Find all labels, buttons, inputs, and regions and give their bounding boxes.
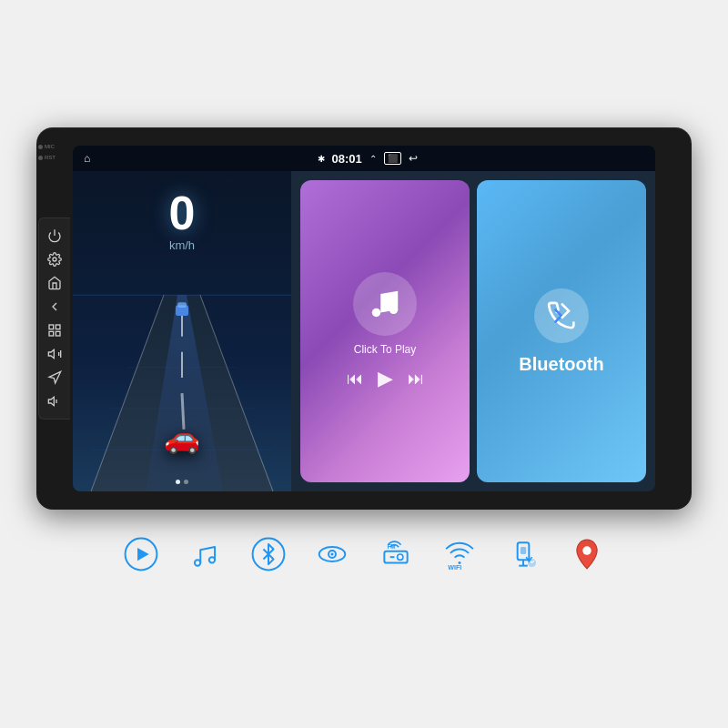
speed-display: 0 km/h — [169, 189, 196, 252]
dot-2 — [184, 480, 188, 484]
car-head-unit: MIC RST — [36, 127, 692, 510]
power-button[interactable] — [45, 226, 65, 246]
feature-music[interactable] — [187, 537, 222, 571]
volume-down-button[interactable] — [45, 391, 65, 411]
navigation-button[interactable] — [45, 368, 65, 388]
feature-bluetooth[interactable] — [251, 537, 286, 571]
speed-panel: 0 km/h — [73, 171, 291, 491]
rst-label: RST — [38, 155, 56, 160]
music-play-label: Click To Play — [354, 343, 416, 356]
bluetooth-label: Bluetooth — [519, 354, 603, 375]
svg-point-1 — [53, 258, 56, 261]
volume-up-button[interactable] — [45, 344, 65, 364]
foreground-car: 🚗 — [164, 420, 200, 455]
svg-text:FM: FM — [388, 543, 396, 550]
svg-point-43 — [582, 546, 592, 555]
svg-rect-41 — [521, 547, 526, 554]
page-dots — [176, 480, 188, 484]
apps-button[interactable] — [45, 320, 65, 340]
svg-marker-9 — [49, 371, 61, 383]
chevron-status-icon: ⌃ — [369, 154, 377, 164]
back-status-icon: ↩ — [409, 152, 418, 165]
svg-point-31 — [209, 557, 215, 562]
svg-point-37 — [398, 554, 403, 560]
status-center: ✱ 08:01 ⌃ ⬛ ↩ — [318, 152, 418, 166]
back-button[interactable] — [45, 297, 65, 317]
feature-fm[interactable]: FM — [379, 537, 413, 571]
svg-point-30 — [195, 560, 200, 565]
mic-label: MIC — [38, 144, 56, 149]
main-content: 0 km/h — [73, 171, 655, 491]
screen: ⌂ ✱ 08:01 ⌃ ⬛ ↩ 0 km/h — [73, 146, 655, 491]
svg-rect-3 — [56, 325, 60, 329]
music-card[interactable]: Click To Play ⏮ ▶ ⏭ — [300, 180, 470, 482]
bluetooth-status-icon: ✱ — [318, 154, 325, 164]
feature-usb[interactable] — [506, 537, 541, 571]
feature-wifi[interactable]: WIFI — [442, 537, 477, 571]
play-button[interactable]: ▶ — [378, 367, 393, 390]
bluetooth-card[interactable]: Bluetooth — [477, 180, 646, 482]
status-bar: ⌂ ✱ 08:01 ⌃ ⬛ ↩ — [73, 146, 655, 171]
home-status-icon: ⌂ — [84, 152, 90, 165]
feature-icons-row: FM WIFI — [36, 537, 692, 571]
svg-marker-6 — [48, 349, 54, 358]
status-left: ⌂ — [84, 152, 90, 165]
svg-marker-10 — [48, 397, 54, 405]
window-status-icon: ⬛ — [384, 152, 401, 165]
home-button[interactable] — [45, 273, 65, 293]
svg-rect-4 — [56, 331, 60, 336]
svg-marker-29 — [137, 548, 149, 561]
dot-1 — [176, 480, 180, 484]
speed-value: 0 — [169, 189, 196, 237]
settings-button[interactable] — [45, 249, 65, 269]
bluetooth-phone-icon — [534, 288, 589, 343]
svg-point-35 — [330, 552, 333, 555]
music-icon-circle — [353, 272, 417, 336]
svg-point-26 — [372, 308, 381, 318]
feature-eye[interactable] — [315, 537, 349, 571]
prev-button[interactable]: ⏮ — [347, 369, 363, 389]
svg-rect-5 — [49, 331, 54, 336]
speed-unit: km/h — [169, 238, 196, 252]
svg-rect-22 — [177, 302, 187, 308]
feature-play[interactable] — [124, 537, 158, 571]
side-button-panel — [38, 217, 70, 420]
svg-rect-2 — [49, 325, 54, 329]
svg-rect-36 — [384, 551, 407, 563]
music-controls: ⏮ ▶ ⏭ — [347, 367, 424, 390]
side-labels: MIC RST — [38, 144, 56, 160]
time-display: 08:01 — [332, 152, 362, 166]
next-button[interactable]: ⏭ — [408, 369, 424, 389]
svg-text:WIFI: WIFI — [448, 564, 461, 571]
app-cards: Click To Play ⏮ ▶ ⏭ — [291, 171, 655, 491]
svg-point-27 — [389, 306, 399, 315]
feature-location[interactable] — [570, 537, 604, 571]
